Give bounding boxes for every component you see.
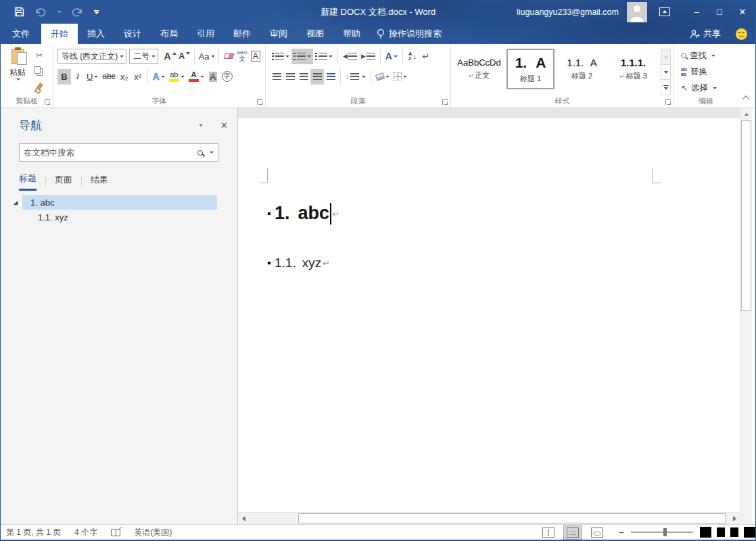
copy-icon[interactable]	[32, 64, 47, 78]
shrink-font-button[interactable]: A	[177, 49, 191, 64]
style-normal[interactable]: AaBbCcDd ↵正文	[455, 49, 503, 89]
tab-references[interactable]: 引用	[187, 24, 224, 44]
customize-qat-icon[interactable]	[93, 10, 99, 14]
account-email[interactable]: liuguangyu233@gmail.com	[517, 7, 619, 17]
decrease-indent-button[interactable]: ◀	[341, 49, 359, 64]
superscript-button[interactable]: x²	[131, 69, 145, 85]
styles-dialog-launcher[interactable]	[665, 99, 671, 105]
clear-formatting-button[interactable]	[222, 49, 235, 64]
avatar[interactable]	[627, 2, 647, 22]
tree-item-heading2[interactable]: 1.1. xyz	[1, 210, 237, 225]
nav-tab-headings[interactable]: 标题	[19, 172, 37, 191]
save-icon[interactable]	[14, 7, 24, 17]
vertical-scrollbar[interactable]	[740, 108, 752, 524]
align-center-button[interactable]	[283, 69, 297, 85]
nav-pane-close-icon[interactable]: ✕	[220, 120, 228, 131]
minimize-button[interactable]: –	[685, 0, 708, 24]
grow-font-button[interactable]: A	[162, 49, 177, 64]
font-size-dropdown-icon[interactable]	[151, 55, 156, 57]
read-mode-button[interactable]	[539, 525, 558, 540]
shading-button[interactable]	[374, 69, 392, 85]
highlight-button[interactable]: ab	[167, 69, 187, 85]
select-button[interactable]: ↖ 选择	[681, 80, 735, 96]
undo-icon[interactable]	[34, 7, 46, 17]
nav-pane-options-icon[interactable]	[199, 124, 203, 126]
vertical-scroll-thumb[interactable]	[741, 120, 751, 311]
tab-design[interactable]: 设计	[114, 24, 151, 44]
feedback-smiley-icon[interactable]	[736, 28, 747, 40]
align-right-button[interactable]	[297, 69, 310, 85]
share-button[interactable]: 共享	[690, 28, 721, 40]
style-heading2[interactable]: 1.1. A 标题 2	[558, 49, 606, 89]
proofing-book-icon[interactable]	[111, 529, 120, 536]
zoom-slider[interactable]	[631, 532, 693, 533]
enclose-characters-button[interactable]: 字	[220, 69, 235, 85]
language-indicator[interactable]: 英语(美国)	[134, 527, 172, 538]
borders-button[interactable]	[392, 69, 409, 85]
multilevel-list-button[interactable]	[313, 49, 335, 64]
italic-button[interactable]: I	[71, 69, 85, 85]
expander-icon[interactable]: ◢	[14, 199, 18, 206]
tab-file[interactable]: 文件	[1, 24, 41, 44]
redo-icon[interactable]	[72, 7, 83, 17]
scroll-right-icon[interactable]	[730, 513, 740, 524]
web-layout-button[interactable]	[588, 525, 607, 540]
horizontal-scroll-thumb[interactable]	[298, 513, 726, 523]
text-effects-button[interactable]: A	[151, 69, 167, 85]
tab-help[interactable]: 帮助	[333, 24, 370, 44]
zoom-level-glitched[interactable]	[744, 527, 755, 538]
align-left-button[interactable]	[270, 69, 283, 85]
clipboard-dialog-launcher[interactable]	[45, 99, 50, 105]
style-heading3[interactable]: 1.1.1. ↵标题 3	[609, 49, 657, 89]
character-shading-button[interactable]: A	[206, 69, 220, 85]
search-options-dropdown-icon[interactable]	[210, 151, 214, 154]
format-painter-icon[interactable]	[32, 80, 47, 93]
nav-tab-results[interactable]: 结果	[91, 174, 108, 190]
styles-scroll-up[interactable]	[661, 49, 670, 65]
tab-view[interactable]: 视图	[297, 24, 333, 44]
collapse-ribbon-icon[interactable]	[742, 95, 749, 103]
tab-insert[interactable]: 插入	[78, 24, 114, 44]
distribute-button[interactable]	[324, 69, 337, 85]
underline-button[interactable]: U	[85, 69, 100, 85]
asian-layout-button[interactable]: A	[383, 49, 400, 64]
print-layout-button[interactable]	[563, 525, 582, 540]
bullets-button[interactable]	[270, 49, 291, 64]
find-button[interactable]: 查找	[681, 47, 735, 64]
numbering-button[interactable]	[291, 49, 313, 64]
page-indicator[interactable]: 第 1 页, 共 1 页	[6, 527, 61, 538]
close-button[interactable]: ✕	[731, 0, 754, 24]
increase-indent-button[interactable]: ▶	[359, 49, 377, 64]
font-name-combo[interactable]: 等线 (西文正文)	[57, 49, 126, 64]
justify-button[interactable]	[310, 69, 324, 85]
scroll-left-icon[interactable]	[239, 513, 249, 524]
tab-home[interactable]: 开始	[41, 24, 78, 44]
subscript-button[interactable]: x₂	[118, 69, 131, 85]
tab-review[interactable]: 审阅	[260, 24, 297, 44]
bold-button[interactable]: B	[57, 69, 71, 85]
zoom-slider-handle[interactable]	[663, 528, 667, 536]
nav-tab-pages[interactable]: 页面	[55, 174, 72, 190]
font-dialog-launcher[interactable]	[257, 99, 262, 105]
tree-item-heading1[interactable]: ◢ 1. abc	[1, 195, 237, 210]
horizontal-scrollbar[interactable]	[238, 512, 740, 524]
change-case-button[interactable]: Aa	[197, 49, 216, 64]
tab-layout[interactable]: 布局	[151, 24, 187, 44]
paste-dropdown-icon[interactable]	[16, 78, 20, 80]
replace-button[interactable]: abac 替换	[681, 64, 735, 80]
search-icon[interactable]	[197, 150, 203, 156]
zoom-in-button-glitched[interactable]	[700, 527, 711, 538]
maximize-button[interactable]: □	[708, 0, 731, 24]
tab-mailings[interactable]: 邮件	[224, 24, 260, 44]
style-heading1[interactable]: 1. A 标题 1	[506, 49, 554, 89]
font-name-dropdown-icon[interactable]	[120, 55, 124, 57]
cut-icon[interactable]: ✂	[32, 49, 47, 62]
phonetic-guide-button[interactable]: wén 文	[235, 49, 249, 64]
line-spacing-button[interactable]: ↕	[344, 69, 368, 85]
styles-scroll-down[interactable]	[661, 65, 670, 80]
heading2-line[interactable]: 1.1. xyz ↵	[268, 256, 330, 270]
show-hide-marks-button[interactable]: ↵	[419, 49, 433, 64]
font-color-button[interactable]: A	[187, 69, 206, 85]
tell-me-search[interactable]: 操作说明搜索	[370, 24, 448, 44]
undo-dropdown-icon[interactable]	[57, 11, 62, 13]
